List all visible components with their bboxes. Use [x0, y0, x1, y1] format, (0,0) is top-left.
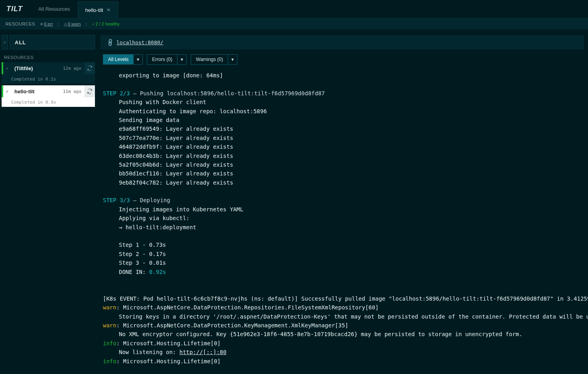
log-line: STEP 2/3 — Pushing localhost:5896/hello-… — [103, 90, 325, 96]
logo[interactable]: TILT — [0, 0, 31, 18]
link-icon: 🔗 — [106, 38, 114, 47]
info-tag: info — [103, 358, 116, 364]
sidebar: ✓ ALL RESOURCES ✓ (Tiltfile) 12m ago Com… — [0, 30, 97, 374]
refresh-icon — [87, 89, 93, 94]
topbar: TILT All Resources hello-tilt ✕ — [0, 0, 588, 18]
listen-url[interactable]: http://[::]:80 — [180, 349, 227, 355]
resource-name: (Tiltfile) — [14, 65, 33, 71]
log-line: No XML encryptor configured. Key {51e962… — [103, 330, 582, 339]
endpoint-link[interactable]: localhost:8080/ — [116, 39, 163, 45]
x-icon: ✕ — [40, 22, 43, 26]
sidebar-all-label: ALL — [10, 35, 95, 49]
log-line: Step 3 - 0.01s — [103, 258, 582, 267]
status-errors[interactable]: ✕0 err — [40, 22, 53, 26]
step-label: STEP 2/3 — [103, 90, 130, 96]
log-line: warn: Microsoft.AspNetCore.DataProtectio… — [103, 304, 379, 311]
check-icon: ✓ — [92, 22, 95, 26]
tab-all-resources[interactable]: All Resources — [31, 0, 78, 18]
close-icon[interactable]: ✕ — [107, 7, 110, 13]
main-panel: 🔗 localhost:8080/ All Levels ▾ Errors (0… — [97, 30, 588, 374]
log-line: [K8s EVENT: Pod hello-tilt-6c6cb7f8c9-nv… — [103, 295, 588, 302]
log-line: 464872ddfb9f: Layer already exists — [103, 142, 582, 151]
log-line: Step 2 - 0.17s — [103, 250, 582, 258]
filter-warnings[interactable]: Warnings (0) — [191, 54, 228, 65]
check-icon: ✓ — [2, 35, 8, 49]
check-icon: ✓ — [3, 85, 11, 97]
statusbar: RESOURCES ✕0 err | △0 warn | ✓2 / 2 heal… — [0, 18, 588, 30]
log-line: Applying via kubectl: — [103, 214, 582, 222]
resource-status-text: Completed in 0.1s — [2, 74, 95, 84]
filter-errors-caret[interactable]: ▾ — [178, 54, 187, 65]
log-line: e9a68ff69549: Layer already exists — [103, 124, 582, 133]
log-line: info: Microsoft.Hosting.Lifetime[0] — [103, 358, 221, 364]
filter-all-levels[interactable]: All Levels — [103, 54, 134, 65]
filter-bar: All Levels ▾ Errors (0) ▾ Warnings (0) ▾ — [97, 49, 588, 69]
endpoint-bar: 🔗 localhost:8080/ — [101, 35, 584, 49]
log-line: exporting to image [done: 64ms] — [103, 71, 582, 80]
info-tag: info — [103, 340, 116, 346]
log-line: Now listening on: http://[::]:80 — [103, 348, 582, 356]
tab-label: All Resources — [38, 6, 70, 12]
resource-time: 12m ago — [63, 66, 81, 71]
warning-icon: △ — [64, 22, 67, 26]
step-label: STEP 3/3 — [103, 197, 130, 203]
filter-all-levels-caret[interactable]: ▾ — [134, 54, 143, 65]
log-pane[interactable]: exporting to image [done: 64ms] STEP 2/3… — [97, 69, 588, 374]
sidebar-item-hello-tilt[interactable]: ✓ hello-tilt 11m ago Completed in 0.9s — [2, 85, 95, 107]
sidebar-section-label: RESOURCES — [4, 55, 93, 60]
log-line: Sending image data — [103, 116, 582, 124]
warn-tag: warn — [103, 304, 116, 311]
sidebar-item-tiltfile[interactable]: ✓ (Tiltfile) 12m ago Completed in 0.1s — [2, 62, 95, 84]
refresh-icon — [87, 65, 93, 71]
resource-status-text: Completed in 0.9s — [2, 97, 95, 107]
log-line: Authenticating to image repo: localhost:… — [103, 107, 582, 116]
warn-tag: warn — [103, 322, 116, 329]
separator: | — [86, 22, 87, 26]
log-line: Storing keys in a directory '/root/.aspn… — [103, 312, 582, 321]
filter-warnings-caret[interactable]: ▾ — [228, 54, 237, 65]
sidebar-all[interactable]: ✓ ALL — [2, 35, 95, 49]
log-line: DONE IN: 0.92s — [103, 268, 582, 276]
refresh-button[interactable] — [85, 85, 95, 97]
log-line: 507c77ea770e: Layer already exists — [103, 134, 582, 142]
log-line: STEP 3/3 — Deploying — [103, 197, 170, 203]
log-line: info: Microsoft.Hosting.Lifetime[0] — [103, 340, 221, 346]
status-warnings[interactable]: △0 warn — [64, 22, 81, 26]
log-line: bb50d1ecf116: Layer already exists — [103, 169, 582, 178]
separator: | — [58, 22, 59, 26]
log-line: Injecting images into Kubernetes YAML — [103, 205, 582, 214]
refresh-button[interactable] — [85, 62, 95, 74]
log-line: 5a2f05c04b6d: Layer already exists — [103, 160, 582, 169]
tab-label: hello-tilt — [85, 7, 103, 13]
resource-time: 11m ago — [63, 89, 81, 94]
log-line: → hello-tilt:deployment — [103, 223, 582, 232]
resource-name: hello-tilt — [14, 89, 35, 94]
statusbar-resources-label: RESOURCES — [6, 22, 35, 26]
check-icon: ✓ — [3, 62, 11, 74]
log-line: 9eb82f04c782: Layer already exists — [103, 178, 582, 187]
status-healthy[interactable]: ✓2 / 2 healthy — [92, 22, 120, 26]
tab-hello-tilt[interactable]: hello-tilt ✕ — [78, 2, 118, 18]
log-line: warn: Microsoft.AspNetCore.DataProtectio… — [103, 322, 348, 329]
log-line: 63dec08c4b3b: Layer already exists — [103, 152, 582, 160]
log-line: Pushing with Docker client — [103, 98, 582, 106]
filter-errors[interactable]: Errors (0) — [147, 54, 178, 65]
log-line: Step 1 - 0.73s — [103, 240, 582, 249]
